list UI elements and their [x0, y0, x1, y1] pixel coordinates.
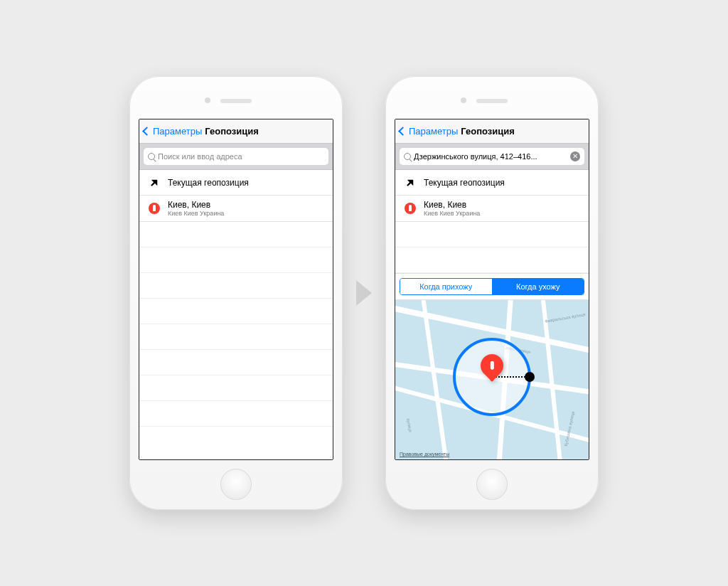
search-bar-container: Дзержинського вулиця, 412–416... ✕	[395, 144, 589, 170]
clear-search-button[interactable]: ✕	[570, 151, 580, 161]
street-label: Кубишкіна вулиця	[564, 411, 575, 447]
pin-icon	[146, 203, 162, 214]
phone-camera	[461, 97, 466, 103]
location-arrow-icon	[402, 179, 418, 187]
pin-icon	[402, 203, 418, 214]
location-arrow-icon	[146, 179, 162, 187]
phone-camera	[205, 97, 210, 103]
search-bar-container: Поиск или ввод адреса	[139, 144, 333, 170]
page-title: Геопозиция	[461, 126, 515, 137]
chevron-left-icon	[142, 127, 151, 136]
location-list: Текущая геопозиция Киев, Киев Киев Киев …	[139, 170, 333, 222]
pinned-location-text: Киев, Киев Киев Киев Украина	[424, 200, 480, 217]
legal-link[interactable]: Правовые документы	[400, 452, 449, 457]
search-input[interactable]: Дзержинського вулиця, 412–416... ✕	[400, 148, 584, 165]
pinned-location-row[interactable]: Киев, Киев Киев Киев Украина	[139, 196, 333, 222]
phone-left: Параметры Геопозиция Поиск или ввод адре…	[129, 76, 343, 510]
current-location-row[interactable]: Текущая геопозиция	[139, 170, 333, 196]
pinned-subtitle: Киев Киев Украина	[424, 210, 480, 217]
search-icon	[404, 153, 411, 160]
segmented-control-container: Когда прихожу Когда ухожу	[395, 273, 589, 300]
arrive-leave-segmented[interactable]: Когда прихожу Когда ухожу	[400, 278, 584, 295]
pinned-location-row[interactable]: Киев, Киев Киев Киев Украина	[395, 196, 589, 222]
search-value: Дзержинського вулиця, 412–416...	[414, 152, 567, 161]
segment-leave[interactable]: Когда ухожу	[492, 279, 584, 294]
comparison-stage: Параметры Геопозиция Поиск или ввод адре…	[0, 0, 728, 586]
pinned-location-text: Киев, Киев Киев Киев Украина	[168, 200, 224, 217]
phone-speaker	[220, 99, 252, 103]
navbar: Параметры Геопозиция	[395, 119, 589, 144]
search-icon	[148, 153, 155, 160]
pinned-subtitle: Киев Киев Украина	[168, 210, 224, 217]
back-button[interactable]: Параметры	[144, 126, 202, 137]
current-location-label: Текущая геопозиция	[424, 178, 505, 188]
empty-list-area	[139, 222, 333, 459]
pinned-title: Киев, Киев	[424, 200, 480, 210]
map-view[interactable]: Февральська вулиця кової вулиця Кубишкін…	[395, 300, 589, 459]
screen-left: Параметры Геопозиция Поиск или ввод адре…	[139, 119, 333, 460]
empty-list-area	[395, 222, 589, 273]
transition-arrow-icon	[356, 280, 372, 306]
screen-right: Параметры Геопозиция Дзержинського вулиц…	[395, 119, 589, 460]
page-title: Геопозиция	[205, 126, 259, 137]
navbar: Параметры Геопозиция	[139, 119, 333, 144]
back-label: Параметры	[153, 126, 202, 137]
geofence-circle[interactable]	[453, 338, 531, 416]
home-button[interactable]	[220, 469, 252, 500]
back-label: Параметры	[409, 126, 458, 137]
search-input[interactable]: Поиск или ввод адреса	[144, 148, 328, 165]
street-label: вулиця	[406, 418, 412, 432]
phone-right: Параметры Геопозиция Дзержинського вулиц…	[385, 76, 599, 510]
location-list: Текущая геопозиция Киев, Киев Киев Киев …	[395, 170, 589, 222]
street-label: Февральська вулиця	[545, 312, 586, 324]
current-location-row[interactable]: Текущая геопозиция	[395, 170, 589, 196]
pinned-title: Киев, Киев	[168, 200, 224, 210]
chevron-left-icon	[398, 127, 407, 136]
home-button[interactable]	[476, 469, 508, 500]
back-button[interactable]: Параметры	[400, 126, 458, 137]
segment-arrive[interactable]: Когда прихожу	[400, 279, 492, 294]
phone-speaker	[476, 99, 508, 103]
radius-handle[interactable]	[525, 372, 535, 382]
map-pin-icon	[481, 354, 503, 377]
search-placeholder: Поиск или ввод адреса	[158, 152, 324, 161]
current-location-label: Текущая геопозиция	[168, 178, 249, 188]
